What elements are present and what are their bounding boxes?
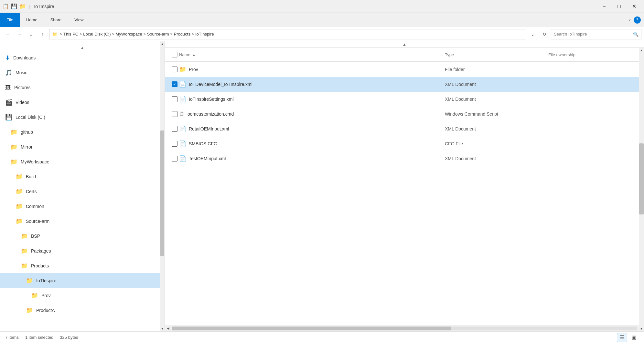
close-button[interactable]: ✕ [627, 0, 641, 13]
up-button[interactable]: ↑ [38, 29, 48, 39]
minimize-button[interactable]: − [597, 0, 612, 13]
sidebar-item-pictures[interactable]: 🖼 Pictures [0, 80, 165, 95]
sourcearm-folder-icon: 📁 [16, 218, 23, 225]
sidebar-item-localdisk[interactable]: 💾 Local Disk (C:) [0, 110, 165, 125]
testoeminput-checkbox[interactable] [170, 156, 179, 161]
title-sep: | [29, 4, 30, 9]
col-ownership-label: File ownership [548, 52, 575, 57]
recent-locations-button[interactable]: ⌄ [26, 29, 36, 39]
file-area-scrollbar[interactable]: ▲ ▼ [639, 48, 644, 331]
sidebar-scroll-down-btn[interactable]: ▼ [160, 326, 165, 331]
retailoeminput-type: XML Document [445, 126, 548, 131]
breadcrumb-iotinspire[interactable]: IoTInspire [195, 32, 214, 36]
sidebar-item-producta[interactable]: 📁 ProductA [0, 303, 165, 318]
file-list-header: Name ▲ Type File ownership [165, 48, 644, 62]
help-button[interactable]: ? [634, 16, 641, 24]
smbios-checkbox[interactable] [170, 141, 179, 147]
refresh-button[interactable]: ↻ [539, 29, 550, 39]
details-view-button[interactable]: ☰ [617, 333, 627, 342]
tab-share[interactable]: Share [44, 13, 68, 27]
breadcrumb-home[interactable] [52, 32, 59, 36]
file-row-testoeminput[interactable]: 📄 TestOEMInput.xml XML Document [165, 151, 644, 166]
search-input[interactable] [554, 32, 633, 36]
save-icon[interactable]: 💾 [11, 3, 17, 10]
retailoeminput-checkbox[interactable] [170, 126, 179, 132]
file-row-iotinspiresettings[interactable]: 📄 IoTInspireSettings.xml XML Document [165, 92, 644, 107]
breadcrumb-bar[interactable]: > This PC > Local Disk (C:) > MyWorkspac… [49, 29, 526, 39]
back-button[interactable]: ← [3, 29, 13, 39]
sidebar-item-certs[interactable]: 📁 Certs [0, 184, 165, 199]
breadcrumb-sep4: > [144, 32, 146, 36]
sidebar-item-bsp[interactable]: 📁 BSP [0, 229, 165, 244]
sidebar-item-packages[interactable]: 📁 Packages [0, 244, 165, 258]
oemcustomization-cb-box[interactable] [172, 111, 177, 117]
localdisk-icon: 💾 [5, 114, 12, 121]
file-row-retailoeminput[interactable]: 📄 RetailOEMInput.xml XML Document [165, 121, 644, 136]
file-area-scroll-up[interactable]: ▲ [165, 41, 644, 48]
sidebar-scroll-thumb[interactable] [160, 130, 164, 256]
col-ownership-header[interactable]: File ownership [548, 52, 639, 57]
iotdevicemodel-checkbox[interactable]: ✓ [170, 81, 179, 87]
forward-button[interactable]: → [14, 29, 25, 39]
col-name-header[interactable]: Name ▲ [179, 52, 445, 57]
iotinspiresettings-checkbox[interactable] [170, 96, 179, 102]
prov-cb-box[interactable] [172, 67, 177, 72]
tab-view[interactable]: View [68, 13, 90, 27]
prov-checkbox[interactable] [170, 67, 179, 72]
sidebar-item-myworkspace[interactable]: 📁 MyWorkspace [0, 154, 165, 169]
iotinspiresettings-type: XML Document [445, 97, 548, 102]
retailoeminput-cb-box[interactable] [172, 126, 177, 132]
sidebar-item-videos[interactable]: 🎬 Videos [0, 95, 165, 110]
sidebar-item-prov[interactable]: 📁 Prov [0, 288, 165, 303]
sidebar-item-music[interactable]: 🎵 Music [0, 65, 165, 80]
tab-file[interactable]: File [0, 13, 20, 27]
breadcrumb-sourcearm[interactable]: Source-arm [147, 32, 169, 36]
select-all-checkbox[interactable] [172, 52, 177, 57]
header-checkbox[interactable] [170, 52, 179, 57]
sidebar-item-iotinspire[interactable]: 📁 IoTInspire [0, 273, 165, 288]
quick-access-icon[interactable]: 📋 [3, 3, 9, 10]
oemcustomization-file-icon: 🗎 [179, 110, 185, 117]
file-row-smbios[interactable]: 📄 SMBIOS.CFG CFG File [165, 136, 644, 151]
sidebar-item-downloads[interactable]: ⬇ Downloads [0, 50, 165, 65]
folder-icon[interactable]: 📁 [19, 3, 26, 10]
ribbon-collapse-button[interactable]: ∨ [628, 18, 631, 22]
file-scroll-down-btn[interactable]: ▼ [639, 326, 644, 331]
tab-home[interactable]: Home [20, 13, 44, 27]
file-scroll-track [639, 53, 644, 326]
sidebar-item-common[interactable]: 📁 Common [0, 199, 165, 214]
breadcrumb-localdisk[interactable]: Local Disk (C:) [83, 32, 111, 36]
search-bar[interactable]: 🔍 [551, 29, 641, 39]
sidebar-scroll-up-btn[interactable]: ▲ [160, 41, 165, 47]
github-folder-icon: 📁 [10, 129, 17, 136]
sidebar-scrollbar[interactable]: ▲ ▼ [160, 41, 165, 331]
iotdevicemodel-cb-box[interactable]: ✓ [172, 81, 177, 87]
file-row-prov[interactable]: 📁 Prov File folder [165, 62, 644, 77]
breadcrumb-thispc[interactable]: This PC [63, 32, 78, 36]
search-icon[interactable]: 🔍 [633, 32, 639, 37]
maximize-button[interactable]: □ [612, 0, 627, 13]
sidebar-scroll-up[interactable]: ▲ [0, 44, 165, 50]
large-icons-view-button[interactable]: ▣ [628, 333, 639, 342]
h-scroll-thumb[interactable] [172, 327, 451, 330]
file-row-iotdevicemodel[interactable]: ✓ 📄 IoTDeviceModel_IoTInspire.xml XML Do… [165, 77, 644, 92]
sidebar-item-products[interactable]: 📁 Products [0, 258, 165, 273]
breadcrumb-myworkspace[interactable]: MyWorkspace [116, 32, 142, 36]
iotinspiresettings-cb-box[interactable] [172, 96, 177, 102]
sidebar-item-mirror[interactable]: 📁 Mirror [0, 140, 165, 154]
h-scroll-left-btn[interactable]: ◀ [165, 325, 171, 332]
oemcustomization-checkbox[interactable] [170, 111, 179, 117]
file-scroll-thumb[interactable] [639, 143, 644, 214]
smbios-cb-box[interactable] [172, 141, 177, 147]
sidebar-label-bsp: BSP [31, 234, 40, 239]
address-dropdown-button[interactable]: ⌄ [528, 29, 538, 39]
sidebar-label-sourcearm: Source-arm [26, 219, 49, 224]
file-scroll-up-btn[interactable]: ▲ [639, 48, 644, 53]
sidebar-item-build[interactable]: 📁 Build [0, 169, 165, 184]
testoeminput-cb-box[interactable] [172, 156, 177, 161]
col-type-header[interactable]: Type [445, 52, 548, 57]
breadcrumb-products[interactable]: Products [174, 32, 190, 36]
sidebar-item-sourcearm[interactable]: 📁 Source-arm [0, 214, 165, 229]
file-row-oemcustomization[interactable]: 🗎 oemcustomization.cmd Windows Command S… [165, 107, 644, 121]
sidebar-item-github[interactable]: 📁 github [0, 125, 165, 140]
